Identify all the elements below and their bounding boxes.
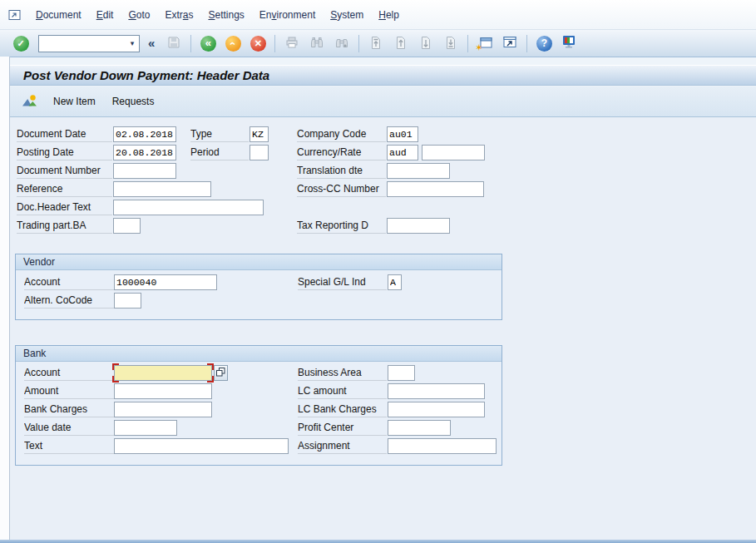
sap-gui-window: DocumentEditGotoExtrasSettingsEnvironmen… xyxy=(0,0,756,543)
field-company-code[interactable] xyxy=(387,126,418,142)
field-bank-account[interactable] xyxy=(114,365,212,381)
find-button[interactable] xyxy=(307,32,327,54)
field-value-date[interactable] xyxy=(114,420,177,436)
label-vendor-account: Account xyxy=(24,275,114,290)
label-currency-rate: Currency/Rate xyxy=(297,146,386,160)
bank-account-value-help-button[interactable] xyxy=(214,365,228,381)
requests-button[interactable]: Requests xyxy=(104,92,163,111)
help-button[interactable]: ? xyxy=(534,32,554,54)
field-altern-cocode[interactable] xyxy=(114,293,141,309)
value-help-icon xyxy=(216,367,225,379)
field-profit-center[interactable] xyxy=(388,420,451,436)
command-field: ▾ xyxy=(38,35,140,52)
field-business-area[interactable] xyxy=(388,365,415,381)
field-tax-reporting-d[interactable] xyxy=(387,218,450,234)
collapse-toolbar-button[interactable]: « xyxy=(148,36,155,50)
label-reference: Reference xyxy=(17,182,112,197)
field-type[interactable] xyxy=(250,126,269,142)
field-period[interactable] xyxy=(250,145,269,160)
label-period: Period xyxy=(190,146,249,160)
first-page-icon xyxy=(370,36,382,52)
cancel-button[interactable]: ✕ xyxy=(248,32,268,54)
enter-button[interactable]: ✓ xyxy=(11,32,31,54)
back-icon: « xyxy=(200,36,216,52)
print-button[interactable] xyxy=(282,32,302,54)
label-value-date: Value date xyxy=(24,421,114,436)
customize-layout-button[interactable] xyxy=(559,32,579,54)
menu-goto[interactable]: Goto xyxy=(121,7,157,23)
label-amount: Amount xyxy=(24,384,114,399)
system-menu-icon[interactable] xyxy=(8,9,22,21)
next-page-button[interactable] xyxy=(416,32,436,54)
menu-help[interactable]: Help xyxy=(371,7,407,23)
create-shortcut-icon xyxy=(502,36,517,52)
field-rate[interactable] xyxy=(422,145,485,160)
field-text[interactable] xyxy=(114,438,289,454)
field-lc-bank-charges[interactable] xyxy=(388,402,485,417)
field-translation-dte[interactable] xyxy=(387,163,450,179)
vendor-group-title: Vendor xyxy=(16,254,502,270)
field-assignment[interactable] xyxy=(388,438,497,454)
previous-page-button[interactable] xyxy=(391,32,411,54)
label-lc-amount: LC amount xyxy=(298,384,387,399)
overview-button[interactable] xyxy=(18,92,42,111)
label-posting-date: Posting Date xyxy=(17,146,112,160)
menu-edit[interactable]: Edit xyxy=(89,7,121,23)
toolbar-separator xyxy=(526,35,527,52)
field-vendor-account[interactable] xyxy=(114,274,217,290)
label-type: Type xyxy=(190,127,249,142)
label-special-gl-ind: Special G/L Ind xyxy=(298,275,387,290)
label-company-code: Company Code xyxy=(297,127,386,142)
field-doc-header-text[interactable] xyxy=(113,200,264,215)
find-icon xyxy=(310,36,324,52)
label-bank-account: Account xyxy=(24,366,114,381)
field-cross-cc-number[interactable] xyxy=(387,181,484,197)
field-reference[interactable] xyxy=(113,181,211,197)
toolbar-separator xyxy=(190,35,191,52)
save-button[interactable] xyxy=(164,32,184,54)
menu-settings[interactable]: Settings xyxy=(200,7,251,23)
first-page-button[interactable] xyxy=(366,32,386,54)
command-input[interactable] xyxy=(39,36,126,52)
label-altern-cocode: Altern. CoCode xyxy=(24,294,114,309)
field-document-date[interactable] xyxy=(113,126,176,142)
title-bar: Post Vendor Down Payment: Header Data xyxy=(10,65,756,86)
vendor-group: Vendor Account Special G/L Ind Altern. C… xyxy=(15,254,502,320)
field-special-gl-ind[interactable] xyxy=(388,274,402,290)
last-page-button[interactable] xyxy=(441,32,461,54)
label-lc-bank-charges: LC Bank Charges xyxy=(298,402,387,417)
back-button[interactable]: « xyxy=(198,32,218,54)
overview-icon xyxy=(22,94,38,110)
toolbar-separator xyxy=(467,35,468,52)
field-posting-date[interactable] xyxy=(113,145,176,160)
find-next-button[interactable] xyxy=(332,32,352,54)
command-dropdown-button[interactable]: ▾ xyxy=(126,39,139,47)
new-session-icon: ✶ xyxy=(477,37,492,50)
create-shortcut-button[interactable] xyxy=(500,32,520,54)
field-amount[interactable] xyxy=(114,383,212,399)
help-icon: ? xyxy=(536,36,552,52)
label-text: Text xyxy=(24,439,114,454)
label-tax-reporting-d: Tax Reporting D xyxy=(297,219,386,234)
menu-system[interactable]: System xyxy=(323,7,371,23)
field-trading-part-ba[interactable] xyxy=(113,218,141,234)
new-session-button[interactable]: ✶ xyxy=(475,32,495,54)
label-doc-header-text: Doc.Header Text xyxy=(17,200,112,215)
menu-items: DocumentEditGotoExtrasSettingsEnvironmen… xyxy=(28,7,407,23)
exit-button[interactable]: ‹ xyxy=(223,32,243,54)
new-item-button[interactable]: New Item xyxy=(45,92,104,111)
bank-group: Bank Account Business Area Amount LC amo… xyxy=(15,345,502,466)
field-document-number[interactable] xyxy=(113,163,176,179)
previous-page-icon xyxy=(395,36,407,52)
label-translation-dte: Translation dte xyxy=(297,164,386,179)
cancel-icon: ✕ xyxy=(250,36,266,52)
menu-environment[interactable]: Environment xyxy=(252,7,323,23)
window-bottom-edge xyxy=(0,540,756,543)
label-bank-charges: Bank Charges xyxy=(24,402,114,417)
field-bank-charges[interactable] xyxy=(114,402,212,417)
field-lc-amount[interactable] xyxy=(388,383,485,399)
left-gutter xyxy=(0,57,10,543)
menu-document[interactable]: Document xyxy=(28,7,89,23)
field-currency[interactable] xyxy=(387,145,418,160)
menu-extras[interactable]: Extras xyxy=(157,7,200,23)
